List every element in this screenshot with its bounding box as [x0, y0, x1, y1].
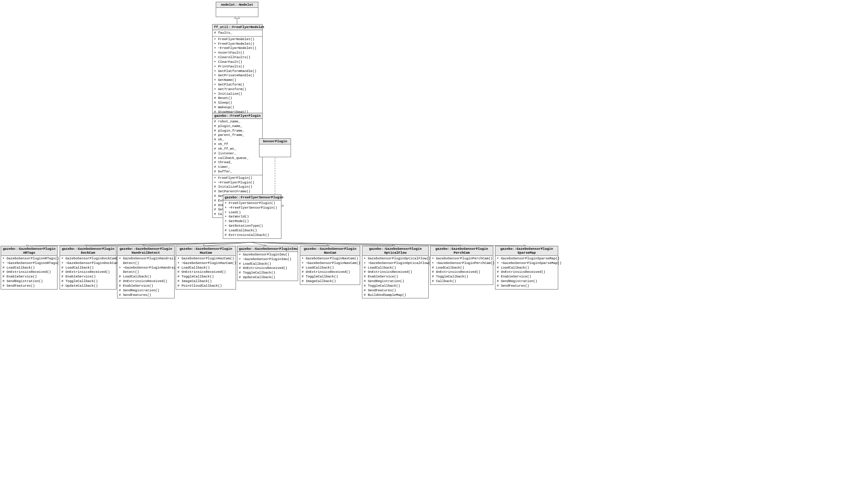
free-flyer-sensor-plugin-methods: + FreeFlyerSensorPlugin() + ~FreeFlyerSe… [223, 200, 281, 238]
sensor-plugin-box: SensorPlugin [259, 138, 291, 157]
handrail-detect-methods: + GazeboSensorPluginHandrail Detect() + … [117, 256, 174, 298]
haz-cam-methods: + GazeboSensorPluginHazCam() + ~GazeboSe… [176, 256, 236, 289]
free-flyer-nodelet-methods: + FreeFlyerNodelet() + FreeFlyerNodelet(… [213, 37, 262, 124]
sensor-plugin-title: SensorPlugin [259, 139, 291, 144]
svg-line-20 [251, 242, 267, 246]
svg-line-16 [145, 242, 251, 246]
ar-tags-methods: + GazeboSensorPluginARTags() + ~GazeboSe… [1, 256, 57, 289]
nodelet-nodelet-title: nodelet::Nodelet [216, 2, 258, 8]
sparse-map-methods: + GazeboSensorPluginSparseMap() + ~Gazeb… [495, 256, 558, 289]
imu-methods: + GazeboSensorPluginImu() + ~GazeboSenso… [237, 252, 298, 281]
nodelet-nodelet-body [216, 8, 258, 17]
ar-tags-title: gazebo::GazeboSensorPluginARTags [1, 246, 57, 256]
handrail-detect-box: gazebo::GazeboSensorPluginHandrailDetect… [117, 246, 175, 298]
free-flyer-sensor-plugin-box: gazebo::FreeFlyerSensorPlugin + FreeFlye… [223, 194, 281, 239]
arrows-svg [0, 0, 868, 485]
nav-cam-box: gazebo::GazeboSensorPluginNavCam + Gazeb… [300, 246, 360, 285]
free-flyer-plugin-title: gazebo::FreeFlyerPlugin [213, 113, 262, 119]
svg-line-24 [251, 242, 395, 246]
imu-title: gazebo::GazeboSensorPluginImu [237, 246, 298, 252]
free-flyer-plugin-fields: # robot_name_ # plugin_name_ # plugin_fr… [213, 119, 262, 175]
free-flyer-sensor-plugin-title: gazebo::FreeFlyerSensorPlugin [223, 195, 281, 200]
perch-cam-box: gazebo::GazeboSensorPluginPerchCam + Gaz… [430, 246, 493, 285]
svg-line-18 [206, 242, 251, 246]
sparse-map-box: gazebo::GazeboSensorPluginSparseMap + Ga… [495, 246, 558, 290]
free-flyer-nodelet-title: ff_util::FreeFlyerNodelet [213, 24, 262, 30]
haz-cam-title: gazebo::GazeboSensorPluginHazCam [176, 246, 236, 256]
haz-cam-box: gazebo::GazeboSensorPluginHazCam + Gazeb… [176, 246, 236, 290]
dock-cam-methods: + GazeboSensorPluginDockCam() + ~GazeboS… [60, 256, 116, 289]
ar-tags-box: gazebo::GazeboSensorPluginARTags + Gazeb… [1, 246, 57, 290]
optical-flow-methods: + GazeboSensorPluginOpticalFlow() + ~Gaz… [362, 256, 428, 298]
sensor-plugin-body [259, 144, 291, 157]
nav-cam-title: gazebo::GazeboSensorPluginNavCam [300, 246, 360, 256]
svg-line-12 [29, 242, 251, 246]
diagram-container: nodelet::Nodelet ff_util::FreeFlyerNodel… [0, 0, 868, 485]
perch-cam-title: gazebo::GazeboSensorPluginPerchCam [430, 246, 493, 256]
dock-cam-box: gazebo::GazeboSensorPluginDockCam + Gaze… [60, 246, 116, 290]
svg-line-22 [251, 242, 330, 246]
optical-flow-box: gazebo::GazeboSensorPluginOpticalFlow + … [362, 246, 429, 298]
optical-flow-title: gazebo::GazeboSensorPluginOpticalFlow [362, 246, 428, 256]
sparse-map-title: gazebo::GazeboSensorPluginSparseMap [495, 246, 558, 256]
free-flyer-nodelet-fields: # faults_ [213, 30, 262, 37]
nodelet-nodelet-box: nodelet::Nodelet [216, 2, 258, 17]
imu-box: gazebo::GazeboSensorPluginImu + GazeboSe… [237, 246, 298, 281]
free-flyer-nodelet-box: ff_util::FreeFlyerNodelet # faults_ + Fr… [212, 24, 263, 125]
dock-cam-title: gazebo::GazeboSensorPluginDockCam [60, 246, 116, 256]
svg-line-14 [88, 242, 251, 246]
svg-line-26 [251, 242, 461, 246]
svg-line-28 [251, 242, 526, 246]
perch-cam-methods: + GazeboSensorPluginPerchCam() + ~Gazebo… [430, 256, 493, 285]
handrail-detect-title: gazebo::GazeboSensorPluginHandrailDetect [117, 246, 174, 256]
nav-cam-methods: + GazeboSensorPluginNavCam() + ~GazeboSe… [300, 256, 360, 285]
